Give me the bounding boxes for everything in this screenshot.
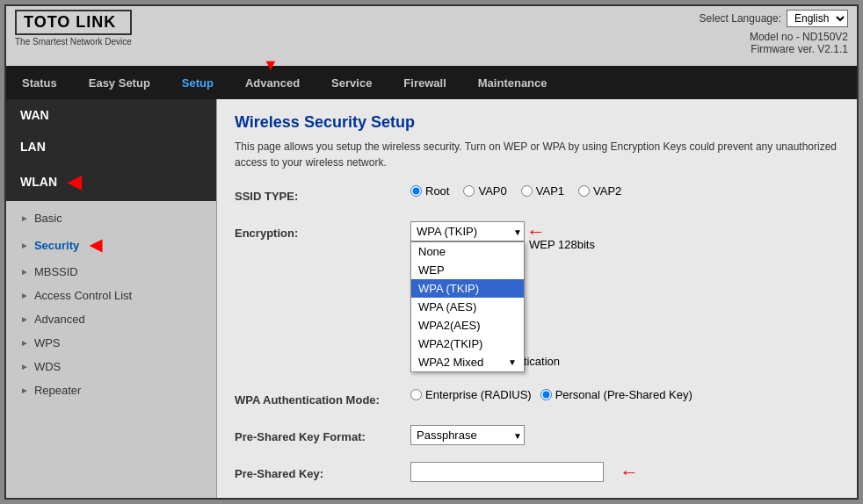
option-wpa-aes[interactable]: WPA (AES) (411, 298, 524, 316)
encryption-value: WPA (TKIP) ▼ None WEP WPA (TKIP) WPA (AE… (410, 221, 839, 241)
sidebar-wan-label: WAN (20, 108, 49, 122)
ssid-vap0-option[interactable]: VAP0 (463, 184, 506, 198)
psk-label: Pre-Shared Key: (235, 462, 410, 480)
option-none[interactable]: None (411, 242, 524, 261)
wpa-auth-value: Enterprise (RADIUS) Personal (Pre-Shared… (410, 388, 839, 401)
option-wpa2-aes[interactable]: WPA2(AES) (411, 316, 524, 335)
sidebar-section: ► Basic ► Security ◀ ► MBSSID ► Access C… (6, 201, 216, 407)
nav-easy-setup[interactable]: Easy Setup (73, 66, 166, 99)
submenu-arrow: ▼ (508, 357, 517, 367)
psk-format-arrow-icon: ▼ (513, 430, 522, 440)
sidebar-link-mbssid[interactable]: ► MBSSID (6, 260, 216, 284)
radius-password-input[interactable] (703, 499, 773, 500)
encryption-dropdown-wrapper: WPA (TKIP) ▼ None WEP WPA (TKIP) WPA (AE… (410, 221, 525, 241)
sidebar-btn-wan[interactable]: WAN (6, 99, 216, 131)
arrow-icon-wds: ► (20, 362, 29, 371)
select-language-label: Select Language: (700, 12, 781, 25)
nav-maintenance[interactable]: Maintenance (462, 66, 563, 99)
psk-value: ← (410, 462, 839, 482)
ssid-root-radio[interactable] (410, 185, 422, 197)
arrow-icon: ► (20, 213, 29, 223)
firmware-ver: Firmware ver. V2.1.1 (700, 43, 848, 55)
sidebar-btn-lan[interactable]: LAN (6, 131, 216, 162)
sidebar-link-repeater[interactable]: ► Repeater (6, 378, 216, 402)
personal-radio[interactable] (540, 389, 552, 400)
arrow-icon-security: ► (20, 241, 29, 250)
psk-format-dropdown[interactable]: Passphrase ▼ (410, 425, 525, 445)
language-row: Select Language: English (700, 10, 848, 27)
sidebar-btn-wlan[interactable]: WLAN ◀ (6, 162, 216, 201)
ssid-vap0-radio[interactable] (463, 185, 475, 197)
ssid-vap1-option[interactable]: VAP1 (521, 184, 564, 198)
ssid-vap1-radio[interactable] (521, 185, 533, 197)
arrow-icon-mbssid: ► (20, 267, 29, 277)
port-input[interactable] (440, 499, 484, 500)
radius-label: Authentication RADIUS Server: (235, 499, 410, 500)
psk-red-arrow: ← (620, 463, 639, 482)
ssid-vap2-option[interactable]: VAP2 (578, 184, 621, 198)
sidebar-wps-label: WPS (34, 336, 61, 349)
psk-format-value: Passphrase ▼ (410, 425, 839, 445)
main-content: WAN LAN WLAN ◀ ► Basic ► Security ◀ (6, 99, 857, 500)
arrow-icon-wps: ► (20, 338, 29, 348)
ssid-vap2-radio[interactable] (578, 185, 590, 197)
psk-row: Pre-Shared Key: ← (235, 462, 839, 490)
ssid-root-option[interactable]: Root (410, 184, 449, 198)
sidebar-basic-label: Basic (34, 212, 62, 225)
arrow-icon-acl: ► (20, 291, 29, 300)
personal-option[interactable]: Personal (Pre-Shared Key) (540, 388, 693, 401)
top-bar: TOTO LINK The Smartest Network Device Se… (6, 6, 857, 59)
option-wpa2-mixed-label: WPA2 Mixed (418, 356, 483, 369)
ip-input[interactable] (556, 499, 635, 500)
nav-status[interactable]: Status (6, 66, 73, 99)
encryption-label: Encryption: (235, 221, 410, 240)
sidebar-wds-label: WDS (34, 360, 61, 373)
ssid-type-row: SSID TYPE: Root VAP0 VAP1 VAP (235, 184, 839, 212)
sidebar-advanced-label: Advanced (34, 313, 85, 326)
option-wpa2-tkip[interactable]: WPA2(TKIP) (411, 335, 524, 353)
psk-format-selected: Passphrase (417, 428, 477, 442)
wpa-auth-row: WPA Authentication Mode: Enterprise (RAD… (235, 388, 839, 416)
option-wep[interactable]: WEP (411, 261, 524, 279)
sidebar-link-wps[interactable]: ► WPS (6, 331, 216, 355)
sidebar-link-security[interactable]: ► Security ◀ (6, 230, 216, 260)
language-select[interactable]: English (787, 10, 848, 27)
enterprise-option[interactable]: Enterprise (RADIUS) (410, 388, 532, 401)
sidebar-acl-label: Access Control List (34, 289, 132, 302)
dropdown-arrow-icon: ▼ (513, 227, 522, 236)
encryption-dropdown[interactable]: WPA (TKIP) ▼ (410, 221, 525, 241)
sidebar-repeater-label: Repeater (34, 384, 81, 397)
nav-arrow-area: ▼ (6, 59, 857, 66)
page-desc: This page allows you setup the wireless … (235, 139, 839, 170)
sidebar-mbssid-label: MBSSID (34, 265, 78, 278)
radius-row: Authentication RADIUS Server: Port IP ad… (235, 499, 839, 500)
nav-service[interactable]: Service (315, 66, 388, 99)
sidebar-lan-label: LAN (20, 140, 46, 154)
sidebar-security-label: Security (34, 239, 79, 252)
sidebar: WAN LAN WLAN ◀ ► Basic ► Security ◀ (6, 99, 217, 500)
nav-bar: Status Easy Setup Setup Advanced Service… (6, 66, 857, 99)
page-title: Wireless Security Setup (235, 113, 839, 132)
enterprise-radio[interactable] (410, 389, 422, 400)
nav-arrow-down: ▼ (263, 57, 279, 73)
sidebar-link-acl[interactable]: ► Access Control List (6, 284, 216, 307)
sidebar-wlan-label: WLAN (20, 175, 57, 189)
wlan-arrow: ◀ (68, 171, 81, 192)
psk-input[interactable] (410, 462, 604, 482)
radius-value: Port IP address Password (410, 499, 839, 500)
arrow-icon-advanced: ► (20, 314, 29, 324)
model-no: Model no - ND150V2 (700, 31, 848, 43)
wpa-auth-label: WPA Authentication Mode: (235, 388, 410, 407)
ssid-radio-group: Root VAP0 VAP1 VAP2 (410, 184, 621, 198)
security-arrow: ◀ (90, 235, 102, 255)
option-wpa-tkip[interactable]: WPA (TKIP) (411, 279, 524, 298)
nav-firewall[interactable]: Firewall (388, 66, 461, 99)
sidebar-link-advanced[interactable]: ► Advanced (6, 307, 216, 331)
sidebar-link-wds[interactable]: ► WDS (6, 355, 216, 378)
use8021x-row: Use 802.1x Authentication (235, 355, 839, 383)
option-wpa2-mixed[interactable]: WPA2 Mixed ▼ (411, 353, 524, 371)
nav-setup[interactable]: Setup (166, 66, 229, 99)
psk-format-label: Pre-Shared Key Format: (235, 425, 410, 443)
sidebar-link-basic[interactable]: ► Basic (6, 206, 216, 230)
wep128-label: WEP 128bits (529, 238, 595, 251)
